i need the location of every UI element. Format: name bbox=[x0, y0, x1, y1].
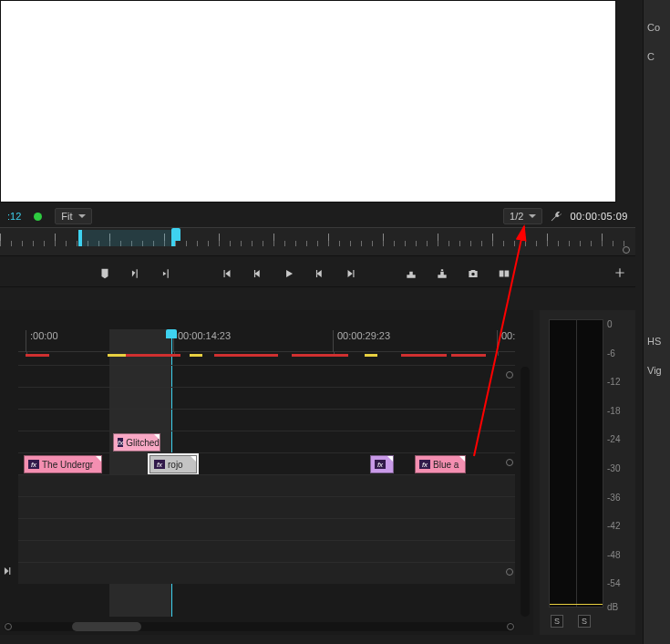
segment-marker bbox=[190, 354, 202, 357]
clip-label: Blue a bbox=[433, 460, 459, 470]
audio-track-a1[interactable] bbox=[18, 474, 515, 496]
clip-label: The Undergr bbox=[42, 460, 93, 470]
video-track-v2[interactable]: fx Glitched bbox=[18, 431, 515, 452]
fx-badge-icon: fx bbox=[154, 460, 165, 469]
add-transport-button[interactable] bbox=[613, 266, 628, 281]
side-item-hsl[interactable]: HS bbox=[644, 327, 670, 356]
resolution-dropdown[interactable]: 1/2 bbox=[503, 208, 542, 224]
timecode-right: 00:00:05:09 bbox=[570, 211, 628, 222]
clip-corner-icon bbox=[154, 434, 160, 440]
clip-corner-icon bbox=[459, 456, 465, 462]
preview-monitor bbox=[0, 0, 616, 203]
timeline-horizontal-scrollbar[interactable] bbox=[4, 622, 515, 631]
record-indicator bbox=[34, 213, 42, 221]
step-back-button[interactable] bbox=[251, 266, 265, 281]
comparison-view-button[interactable] bbox=[497, 266, 511, 281]
ruler-tick: :00:00 bbox=[26, 330, 58, 352]
zoom-fit-label: Fit bbox=[61, 211, 72, 222]
clip-blue-a[interactable]: fx Blue a bbox=[415, 455, 466, 473]
segment-marker bbox=[26, 354, 49, 357]
meter-scale: 0 -6 -12 -18 -24 -30 -36 -42 -48 -54 dB bbox=[607, 319, 633, 608]
audio-track-a5[interactable] bbox=[18, 562, 515, 584]
tracks-area: fx Glitched fx The Undergr fx rojo fx fx bbox=[18, 365, 515, 598]
timecode-left[interactable]: :12 bbox=[7, 211, 21, 222]
extract-button[interactable] bbox=[435, 266, 449, 281]
clip-label: rojo bbox=[168, 460, 183, 470]
video-track-v4[interactable] bbox=[18, 387, 515, 409]
scroll-handle-right[interactable] bbox=[507, 623, 514, 630]
step-forward-button[interactable] bbox=[313, 266, 327, 281]
fx-badge-icon: fx bbox=[419, 460, 430, 469]
time-ruler[interactable]: :00:00 00:00:14:23 00:00:29:23 00: bbox=[18, 330, 515, 352]
lift-button[interactable] bbox=[404, 266, 418, 281]
audio-track-a3[interactable] bbox=[18, 518, 515, 540]
play-button[interactable] bbox=[282, 266, 296, 281]
right-side-panel: Co C HS Vig bbox=[643, 0, 670, 644]
scrub-playhead[interactable] bbox=[171, 228, 180, 241]
video-track-v1[interactable]: fx The Undergr fx rojo fx fx Blue a bbox=[18, 452, 515, 474]
segment-marker bbox=[292, 354, 348, 357]
clip-corner-icon bbox=[191, 456, 196, 462]
audio-track-a4[interactable] bbox=[18, 540, 515, 562]
clip-corner-icon bbox=[96, 456, 101, 462]
go-to-in-button[interactable] bbox=[220, 266, 234, 281]
solo-buttons: S S bbox=[551, 615, 591, 628]
segment-marker bbox=[401, 354, 447, 357]
audio-meter bbox=[549, 319, 603, 608]
chevron-down-icon bbox=[78, 214, 86, 218]
clip-glitched[interactable]: fx Glitched bbox=[113, 433, 160, 452]
playhead-handle-icon[interactable] bbox=[166, 329, 177, 338]
track-handle-icon[interactable] bbox=[506, 459, 513, 466]
mark-in-button[interactable] bbox=[129, 266, 143, 281]
segment-marker bbox=[451, 354, 486, 357]
side-item-color[interactable]: Co bbox=[644, 13, 670, 42]
solo-left-button[interactable]: S bbox=[551, 615, 563, 628]
segment-marker bbox=[365, 354, 377, 357]
scrollbar-thumb[interactable] bbox=[72, 622, 141, 631]
fx-badge-icon: fx bbox=[28, 460, 39, 469]
export-frame-button[interactable] bbox=[466, 266, 480, 281]
clip-undergr[interactable]: fx The Undergr bbox=[24, 455, 102, 473]
track-handle-icon[interactable] bbox=[506, 371, 513, 379]
chevron-down-icon bbox=[529, 214, 536, 218]
monitor-scrub-bar[interactable] bbox=[0, 227, 635, 256]
meter-peak-line bbox=[550, 604, 603, 605]
fx-badge-icon: fx bbox=[118, 438, 123, 447]
in-out-range[interactable] bbox=[78, 230, 175, 246]
mark-out-button[interactable] bbox=[160, 266, 174, 281]
resolution-label: 1/2 bbox=[510, 211, 523, 222]
clip-purple[interactable]: fx bbox=[370, 455, 394, 473]
step-tool-icon[interactable] bbox=[2, 565, 15, 577]
monitor-status-bar: :12 Fit 1/2 00:00:05:09 bbox=[0, 205, 635, 227]
segment-marker bbox=[126, 354, 180, 357]
audio-meter-panel: 0 -6 -12 -18 -24 -30 -36 -42 -48 -54 dB … bbox=[540, 310, 635, 635]
segment-marker bbox=[108, 354, 126, 357]
segment-marker bbox=[214, 354, 278, 357]
scroll-handle-left[interactable] bbox=[5, 623, 12, 630]
transport-controls bbox=[0, 260, 635, 287]
marker-strip bbox=[18, 354, 515, 359]
ruler-tick: 00:00:29:23 bbox=[333, 330, 390, 352]
video-track-v3[interactable] bbox=[18, 409, 515, 431]
fx-badge-icon: fx bbox=[375, 460, 386, 469]
side-item-vignette[interactable]: Vig bbox=[644, 356, 670, 385]
timeline-vertical-scrollbar[interactable] bbox=[521, 367, 530, 617]
track-handle-icon[interactable] bbox=[506, 568, 513, 576]
clip-corner-icon bbox=[387, 456, 393, 462]
side-item-c[interactable]: C bbox=[644, 42, 670, 71]
video-track-v5[interactable] bbox=[18, 365, 515, 387]
zoom-fit-dropdown[interactable]: Fit bbox=[55, 208, 91, 224]
timeline-panel: :00:00 00:00:14:23 00:00:29:23 00: fx Gl… bbox=[0, 310, 533, 635]
add-marker-button[interactable] bbox=[98, 266, 112, 281]
go-to-out-button[interactable] bbox=[344, 266, 358, 281]
ruler-tick: 00: bbox=[497, 330, 515, 352]
clip-rojo[interactable]: fx rojo bbox=[149, 455, 197, 473]
solo-right-button[interactable]: S bbox=[578, 615, 591, 628]
wrench-icon[interactable] bbox=[550, 210, 562, 223]
audio-track-a2[interactable] bbox=[18, 496, 515, 518]
scrub-end-handle[interactable] bbox=[623, 246, 630, 254]
meter-divider bbox=[576, 320, 577, 607]
ruler-tick: 00:00:14:23 bbox=[173, 330, 231, 352]
